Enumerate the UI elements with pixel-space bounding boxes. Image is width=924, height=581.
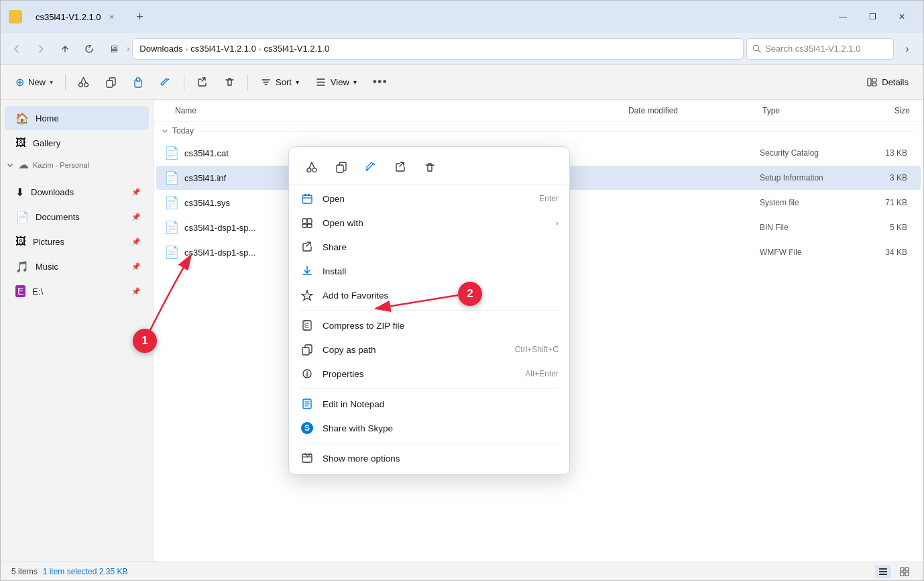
sort-button[interactable]: Sort ▾ [253, 70, 306, 95]
back-button[interactable] [6, 38, 27, 60]
section-today-label: Today [172, 126, 194, 136]
ctx-properties-icon [300, 366, 314, 381]
statusbar: 5 items 1 item selected 2.35 KB [1, 562, 923, 580]
downloads-icon: ⬇ [15, 186, 24, 199]
ctx-rename-icon [365, 161, 377, 173]
ctx-properties-label: Properties [323, 369, 517, 379]
more-button[interactable]: ••• [366, 70, 394, 95]
ctx-share-button[interactable] [388, 155, 412, 179]
sidebar-item-gallery[interactable]: 🖼 Gallery [5, 131, 149, 155]
ctx-item-skype[interactable]: S Share with Skype [289, 416, 569, 440]
sidebar-item-drive-e[interactable]: E E:\ 📌 [5, 279, 149, 303]
search-bar[interactable]: Search cs35l41-V1.2.1.0 [746, 38, 894, 60]
svg-rect-22 [905, 572, 909, 576]
file-type-cat: Security Catalog [760, 148, 867, 158]
rename-button[interactable] [154, 70, 178, 95]
file-name-dsp1: cs35l41-dsp1-sp... [184, 223, 255, 233]
tab-close-button[interactable]: × [107, 11, 117, 22]
file-list-header: Name Date modified Type Size [154, 100, 923, 121]
svg-rect-29 [302, 195, 312, 203]
cloud-icon: ☁ [18, 158, 29, 171]
details-icon [866, 76, 878, 88]
cut-button[interactable] [71, 70, 96, 95]
share-button[interactable] [190, 70, 215, 95]
svg-rect-13 [868, 78, 871, 86]
delete-button[interactable] [217, 70, 242, 95]
ctx-properties-shortcut: Alt+Enter [525, 369, 559, 378]
new-icon: ⊕ [15, 76, 24, 89]
tab-cs35l41[interactable]: cs35l41-V1.2.1.0 × [27, 7, 125, 26]
search-expand-button[interactable]: › [897, 38, 918, 60]
file-icon-inf: 📄 [164, 170, 179, 185]
ctx-item-install[interactable]: Install [289, 259, 569, 283]
svg-rect-28 [337, 165, 343, 172]
new-button[interactable]: ⊕ New ▾ [9, 70, 60, 95]
music-icon: 🎵 [15, 260, 29, 273]
list-view-button[interactable] [875, 565, 891, 578]
details-button[interactable]: Details [860, 70, 915, 95]
ctx-copy-button[interactable] [329, 155, 353, 179]
ctx-share-menu-icon [300, 240, 314, 254]
sidebar-gallery-label: Gallery [33, 138, 60, 148]
svg-rect-19 [901, 568, 904, 571]
section-line [198, 131, 915, 131]
tab-label: cs35l41-V1.2.1.0 [36, 12, 101, 22]
breadcrumb-nav-arrow: › [127, 44, 129, 54]
sidebar-item-music[interactable]: 🎵 Music 📌 [5, 254, 149, 278]
search-icon [752, 44, 761, 53]
drive-icon: E [15, 285, 25, 297]
file-type-inf: Setup Information [760, 173, 867, 182]
close-button[interactable]: ✕ [888, 7, 915, 27]
file-size-dsp1: 5 KB [867, 223, 921, 232]
new-arrow-icon: ▾ [50, 78, 53, 86]
sort-icon [260, 76, 272, 88]
sort-arrow-icon: ▾ [296, 78, 299, 86]
view-button[interactable]: View ▾ [308, 70, 363, 95]
sidebar-downloads-label: Downloads [31, 187, 74, 197]
ctx-item-openwith[interactable]: Open with › [289, 211, 569, 235]
ctx-item-compress[interactable]: Compress to ZIP file [289, 313, 569, 337]
up-button[interactable] [54, 38, 76, 60]
ctx-toolbar [289, 151, 569, 185]
maximize-button[interactable]: ❐ [859, 7, 886, 27]
file-size-inf: 3 KB [867, 173, 921, 182]
ctx-moreoptions-icon [300, 451, 314, 466]
sidebar-item-documents[interactable]: 📄 Documents 📌 [5, 205, 149, 229]
details-label: Details [882, 77, 909, 87]
ctx-rename-button[interactable] [359, 155, 383, 179]
ctx-item-properties[interactable]: Properties Alt+Enter [289, 362, 569, 386]
status-selected-info: 1 item selected 2.35 KB [43, 567, 128, 576]
ctx-item-share[interactable]: Share [289, 235, 569, 259]
ctx-item-notepad[interactable]: Edit in Notepad [289, 392, 569, 416]
ctx-cut-button[interactable] [300, 155, 324, 179]
ctx-item-moreoptions[interactable]: Show more options [289, 446, 569, 470]
ctx-install-label: Install [323, 266, 559, 276]
breadcrumb-bar[interactable]: Downloads › cs35l41-V1.2.1.0 › cs35l41-V… [132, 38, 744, 60]
ctx-delete-button[interactable] [418, 155, 442, 179]
ctx-cut-icon [306, 161, 318, 173]
minimize-button[interactable]: — [829, 7, 856, 27]
sidebar-item-downloads[interactable]: ⬇ Downloads 📌 [5, 180, 149, 204]
sidebar-item-home[interactable]: 🏠 Home [5, 106, 149, 130]
ctx-item-copypath[interactable]: Copy as path Ctrl+Shift+C [289, 337, 569, 362]
ctx-open-label: Open [323, 194, 531, 204]
window-controls: — ❐ ✕ [829, 7, 915, 27]
paste-button[interactable] [126, 70, 151, 95]
svg-line-4 [81, 78, 84, 83]
annotation-1: 1 [133, 329, 157, 353]
sidebar-cloud-group[interactable]: ☁ Kazim - Personal [1, 156, 153, 174]
context-menu: Open Enter Open with › Share Install Add… [288, 146, 570, 475]
copy-button[interactable] [99, 70, 123, 95]
forward-button[interactable] [30, 38, 52, 60]
sidebar-home-label: Home [36, 113, 59, 123]
ctx-item-open[interactable]: Open Enter [289, 187, 569, 211]
refresh-button[interactable] [78, 38, 100, 60]
new-tab-button[interactable]: + [131, 7, 150, 26]
sidebar-item-pictures[interactable]: 🖼 Pictures 📌 [5, 229, 149, 254]
copy-icon [105, 76, 117, 88]
svg-point-2 [79, 83, 83, 87]
ctx-item-favorites[interactable]: Add to Favorites [289, 283, 569, 307]
file-type-sys: System file [760, 198, 867, 207]
sidebar-cloud-label: Kazim - Personal [33, 161, 89, 169]
grid-view-button[interactable] [897, 565, 913, 578]
